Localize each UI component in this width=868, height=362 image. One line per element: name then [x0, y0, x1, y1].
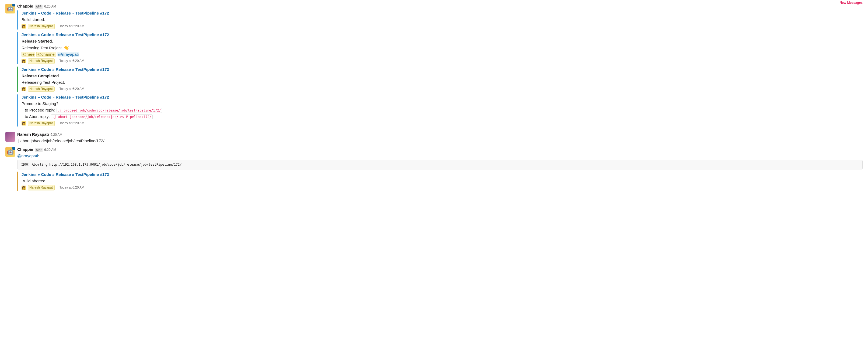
attachment-text: Releaseing Test Project. [22, 80, 863, 85]
chappie-avatar[interactable] [5, 4, 15, 13]
author-name[interactable]: Naresh Rayapati [17, 131, 49, 138]
attachment-sidebar [17, 10, 18, 30]
message-header: Naresh Rayapati 6:20 AM [17, 131, 863, 138]
attachment-footer: Naresh Rayapati Today at 6:20 AM [22, 58, 863, 64]
footer-avatar-icon [22, 186, 26, 190]
mention-user[interactable]: @nrayapati [17, 153, 38, 158]
attachment-text: Release Started. [22, 38, 863, 44]
footer-timestamp: Today at 6:20 AM [59, 87, 84, 92]
app-badge-corner-icon [12, 147, 15, 150]
message-header: Chappie APP 6:20 AM [17, 147, 863, 152]
footer-timestamp: Today at 6:20 AM [59, 121, 84, 126]
attachment-sidebar [17, 66, 18, 92]
attachment: Jenkins » Code » Release » TestPipeline … [17, 66, 863, 92]
message-timestamp[interactable]: 6:20 AM [51, 132, 62, 138]
proceed-code[interactable]: .j proceed job/code/job/release/job/test… [57, 108, 162, 113]
proceed-reply-row: to Proceed reply: .j proceed job/code/jo… [25, 107, 863, 113]
footer-timestamp: Today at 6:20 AM [59, 59, 84, 64]
mention-here[interactable]: @here [22, 52, 35, 57]
footer-author-name[interactable]: Naresh Rayapati [28, 87, 55, 92]
new-messages-indicator[interactable]: New Messages [840, 1, 863, 5]
footer-author-name[interactable]: Naresh Rayapati [28, 58, 55, 64]
attachment-title-link[interactable]: Jenkins » Code » Release » TestPipeline … [22, 172, 863, 178]
footer-timestamp: Today at 6:20 AM [59, 24, 84, 29]
attachment-text: Release Completed. [22, 73, 863, 79]
attachment: Jenkins » Code » Release » TestPipeline … [17, 172, 863, 191]
abort-reply-row: to Abort reply: .j abort job/code/job/re… [25, 114, 863, 120]
attachment-footer: Naresh Rayapati Today at 6:20 AM [22, 87, 863, 92]
message-naresh: Naresh Rayapati 6:20 AM .j abort job/cod… [5, 130, 863, 145]
mention-channel[interactable]: @channel [36, 52, 56, 57]
footer-avatar-icon [22, 24, 26, 29]
message-body: .j abort job/code/job/release/job/testPi… [17, 138, 863, 144]
attachment-text: Build aborted. [22, 178, 863, 184]
attachment-footer: Naresh Rayapati Today at 6:20 AM [22, 121, 863, 126]
attachment-title-link[interactable]: Jenkins » Code » Release » TestPipeline … [22, 32, 863, 38]
footer-author-name[interactable]: Naresh Rayapati [28, 24, 55, 29]
attachment: Jenkins » Code » Release » TestPipeline … [17, 32, 863, 64]
attachment-sidebar [17, 172, 18, 191]
attachment-footer: Naresh Rayapati Today at 6:20 AM [22, 24, 863, 29]
attachment-text: Promote to Staging? [22, 101, 863, 107]
author-name[interactable]: Chappie [17, 147, 33, 152]
attachment-sidebar [17, 94, 18, 127]
avatar-col [5, 131, 15, 144]
chappie-avatar[interactable] [5, 147, 15, 157]
author-name[interactable]: Chappie [17, 3, 33, 9]
avatar-col [5, 3, 15, 129]
message-chappie-1: Chappie APP 6:20 AM Jenkins » Code » Rel… [5, 2, 863, 130]
message-chappie-2: Chappie APP 6:20 AM @nrayapati: (200) Ab… [5, 146, 863, 194]
footer-author-name[interactable]: Naresh Rayapati [28, 121, 55, 126]
footer-avatar-icon [22, 121, 26, 125]
attachment-title-link[interactable]: Jenkins » Code » Release » TestPipeline … [22, 94, 863, 100]
avatar-col [5, 147, 15, 193]
footer-avatar-icon [22, 59, 26, 63]
attachment: Jenkins » Code » Release » TestPipeline … [17, 10, 863, 30]
message-timestamp[interactable]: 6:20 AM [44, 4, 56, 9]
sun-emoji-icon: ☀️ [64, 46, 69, 50]
attachment-title-link[interactable]: Jenkins » Code » Release » TestPipeline … [22, 66, 863, 72]
message-timestamp[interactable]: 6:20 AM [44, 148, 56, 152]
footer-author-name[interactable]: Naresh Rayapati [28, 185, 55, 190]
mention-user[interactable]: @nrayapati [57, 52, 79, 57]
footer-avatar-icon [22, 87, 26, 91]
attachment: Jenkins » Code » Release » TestPipeline … [17, 94, 863, 127]
message-body: @nrayapati: [17, 153, 863, 159]
app-badge: APP [35, 5, 42, 9]
attachment-sidebar [17, 32, 18, 64]
attachment-text: @here @channel @nrayapati [22, 52, 863, 57]
code-block[interactable]: (200) Aborting http://192.168.1.175:9091… [17, 160, 863, 170]
attachment-footer: Naresh Rayapati Today at 6:20 AM [22, 185, 863, 190]
attachment-text: Releasing Test Project. ☀️ [22, 45, 863, 51]
user-avatar[interactable] [5, 132, 15, 142]
app-badge: APP [35, 148, 42, 152]
footer-timestamp: Today at 6:20 AM [59, 185, 84, 190]
abort-code[interactable]: .j abort job/code/job/release/job/testPi… [51, 115, 153, 119]
app-badge-corner-icon [12, 4, 15, 6]
attachment-text: Build started. [22, 17, 863, 23]
message-header: Chappie APP 6:20 AM [17, 3, 863, 9]
attachment-title-link[interactable]: Jenkins » Code » Release » TestPipeline … [22, 10, 863, 16]
